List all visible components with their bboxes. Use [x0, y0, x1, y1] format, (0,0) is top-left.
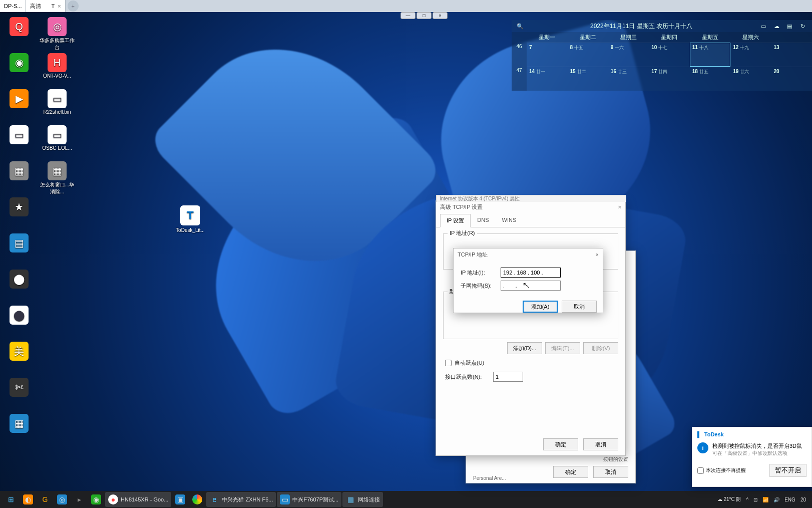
add-button[interactable]: 添加(A) [523, 301, 558, 313]
desktop-icon[interactable]: ◎华多多购票工作台 [38, 15, 76, 51]
info-icon: i [697, 442, 708, 453]
calendar-day[interactable]: 18廿五 [690, 67, 730, 91]
language-indicator[interactable]: ENG [784, 497, 795, 502]
taskbar: ⊞ ◐ G ◎ ▸ ◉ ●HN8145XR - Goo... ▣ e中兴光猫 Z… [0, 491, 812, 508]
tab-wins[interactable]: WINS [496, 214, 523, 227]
taskbar-icon[interactable]: G [37, 492, 53, 507]
taskbar-icon[interactable]: ◐ [20, 492, 36, 507]
close-icon[interactable]: × [596, 251, 599, 258]
dialog-titlebar[interactable]: TCP/IP 地址 × [454, 248, 603, 261]
desktop-icon[interactable]: ◉ [0, 51, 38, 87]
search-icon[interactable]: 🔍 [517, 23, 524, 30]
add-button[interactable]: 添加(D)... [507, 342, 542, 354]
wifi-icon[interactable]: 📶 [762, 497, 768, 502]
start-button[interactable]: ⊞ [3, 492, 19, 507]
subnet-mask-input[interactable] [501, 281, 561, 291]
calendar-day[interactable]: 9十六 [608, 43, 649, 67]
not-now-button[interactable]: 暂不开启 [769, 464, 806, 477]
close-button[interactable]: × [433, 12, 448, 19]
calendar-day[interactable]: 15廿二 [567, 67, 608, 91]
taskbar-item[interactable]: ▦网络连接 [342, 492, 383, 507]
todesk-icon: T [180, 205, 200, 225]
taskbar-item[interactable]: ▭中兴F7607P测试... [277, 492, 341, 507]
dont-remind-checkbox[interactable] [697, 467, 704, 474]
advanced-tcpip-dialog: Internet 协议版本 4 (TCP/IPv4) 属性 高级 TCP/IP … [436, 200, 626, 456]
tray-chevron-icon[interactable]: ^ [746, 497, 749, 502]
desktop-icons: Q ◉ ▶ ▭ ▦ ★ ▤ ⬤ ⬤ 美 ✄ ▦ ◎华多多购票工作台 HONT-V… [0, 15, 76, 406]
refresh-icon[interactable]: ↻ [798, 23, 807, 30]
calendar-day[interactable]: 7 [527, 43, 567, 67]
device-icon[interactable]: ▭ [759, 23, 768, 30]
todesk-icon: ▌ [697, 431, 701, 437]
taskbar-icon[interactable]: ◎ [54, 492, 70, 507]
calendar-day[interactable]: 16廿三 [608, 67, 649, 91]
list-icon[interactable]: ▤ [785, 23, 794, 30]
new-tab-button[interactable]: + [68, 1, 79, 12]
ok-button[interactable]: 确定 [553, 466, 588, 478]
calendar-day[interactable]: 14廿一 [527, 67, 567, 91]
edit-button[interactable]: 编辑(T)... [545, 342, 580, 354]
maximize-button[interactable]: □ [417, 12, 432, 19]
calendar-day[interactable]: 8十五 [567, 43, 608, 67]
cancel-button[interactable]: 取消 [562, 301, 597, 313]
calendar-day[interactable]: 13 [771, 43, 812, 67]
calendar-day[interactable]: 19廿六 [730, 67, 771, 91]
desktop-icon[interactable]: ★ [0, 195, 38, 231]
tray-icon[interactable]: ⊡ [753, 497, 757, 502]
desktop-icon[interactable]: Q [0, 15, 38, 51]
cursor-icon: ↖ [522, 280, 530, 289]
taskbar-icon[interactable]: ◉ [88, 492, 104, 507]
desktop-icon[interactable]: ✄ [0, 376, 38, 412]
calendar-day-today[interactable]: 11十八 [690, 43, 730, 67]
ip-address-input[interactable] [501, 268, 561, 278]
tab-ip-settings[interactable]: IP 设置 [440, 214, 471, 227]
taskbar-icon[interactable]: ▣ [172, 492, 188, 507]
browser-tab[interactable]: DP-S... [0, 0, 26, 12]
desktop-icon[interactable]: ⬤ [0, 304, 38, 340]
desktop-icon[interactable]: ▦ [0, 159, 38, 195]
delete-button[interactable]: 删除(V) [583, 342, 618, 354]
desktop-icon[interactable]: ▭OSBC EOL... [38, 123, 76, 159]
tab-dns[interactable]: DNS [471, 214, 495, 227]
volume-icon[interactable]: 🔊 [773, 497, 779, 502]
minimize-button[interactable]: — [400, 12, 416, 19]
taskbar-icon[interactable]: ▸ [71, 492, 87, 507]
tcpip-address-dialog: TCP/IP 地址 × IP 地址(I): 子网掩码(S): 添加(A) 取消 [453, 248, 603, 313]
calendar-day[interactable]: 12十九 [730, 43, 771, 67]
tab-strip: IP 设置 DNS WINS [436, 214, 625, 227]
weather-widget[interactable]: ☁ 21°C 阴 [717, 496, 741, 503]
desktop-icon[interactable]: ▦ [0, 412, 38, 448]
todesk-notification: ▌ ToDesk i 检测到被控鼠标消失，是否开启3D鼠 可在「高级设置」中修改… [692, 427, 812, 487]
system-tray: ☁ 21°C 阴 ^ ⊡ 📶 🔊 ENG 20 [717, 496, 809, 503]
clock[interactable]: 20 [800, 497, 806, 502]
calendar-widget: 🔍 2022年11月11日 星期五 农历十月十八 ▭ ☁ ▤ ↻ 星期一 星期二… [512, 20, 812, 91]
auto-metric-checkbox[interactable] [445, 360, 452, 366]
tab-label: DP-S... [4, 3, 22, 9]
close-icon[interactable]: × [618, 204, 621, 210]
calendar-day[interactable]: 10十七 [649, 43, 689, 67]
close-icon[interactable]: × [58, 3, 61, 9]
taskbar-item[interactable]: ●HN8145XR - Goo... [105, 492, 171, 507]
desktop-icon[interactable]: ▦怎么将窗口...华消除... [38, 159, 76, 195]
ok-button[interactable]: 确定 [543, 438, 578, 450]
desktop-icon-todesk[interactable]: T ToDesk_Lit... [170, 205, 210, 233]
dialog-titlebar[interactable]: 高级 TCP/IP 设置 × [436, 201, 625, 213]
metric-input[interactable] [493, 372, 523, 382]
desktop-icon[interactable]: ▶ [0, 87, 38, 123]
desktop-icon[interactable]: HONT-VO-V... [38, 51, 76, 87]
calendar-day[interactable]: 20 [771, 67, 812, 91]
browser-tab-active[interactable]: 高清 T × [26, 0, 65, 12]
cancel-button[interactable]: 取消 [593, 466, 628, 478]
taskbar-item[interactable]: e中兴光猫 ZXHN F6... [206, 492, 276, 507]
desktop-icon[interactable]: ⬤ [0, 268, 38, 304]
calendar-title: 2022年11月11日 星期五 农历十月十八 [528, 22, 755, 31]
desktop-icon[interactable]: ▭R22shell.bin [38, 87, 76, 123]
cloud-icon[interactable]: ☁ [772, 23, 781, 30]
taskbar-icon[interactable] [189, 492, 205, 507]
desktop-icon[interactable]: ▭ [0, 123, 38, 159]
cancel-button[interactable]: 取消 [583, 438, 618, 450]
remote-window-controls: — □ × [400, 12, 448, 19]
desktop-icon[interactable]: 美 [0, 340, 38, 376]
calendar-day[interactable]: 17廿四 [649, 67, 689, 91]
desktop-icon[interactable]: ▤ [0, 231, 38, 268]
